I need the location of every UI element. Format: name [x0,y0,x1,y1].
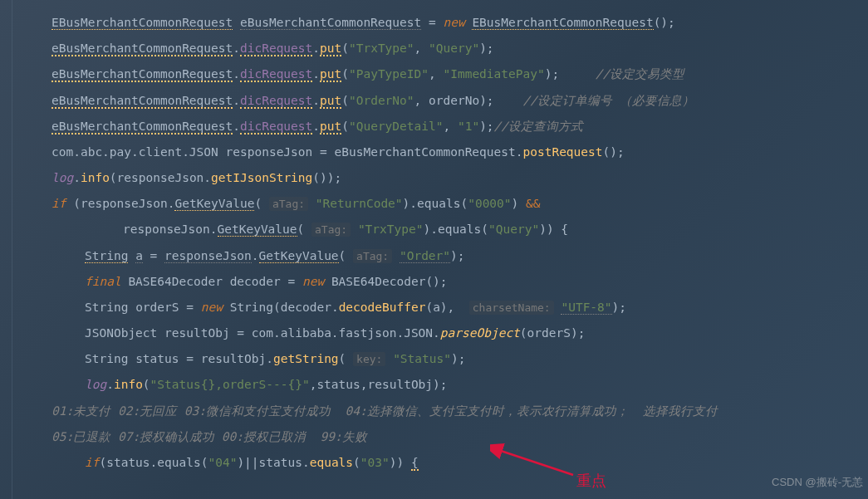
variable: status [106,456,150,469]
object-ref: eBusMerchantCommonRequest [335,145,516,159]
code-line: EBusMerchantCommonRequest eBusMerchantCo… [17,10,851,36]
object-ref: eBusMerchantCommonRequest [51,42,233,56]
constructor: EBusMerchantCommonRequest [472,16,653,30]
code-line: log.info(responseJson.getIJsonString()); [17,165,851,191]
method: info [114,378,143,391]
variable: status [135,352,179,365]
field: dicRequest [240,42,312,56]
constructor: String [230,301,273,314]
variable: responseJson [226,145,313,159]
object-ref: resultObj [201,352,267,365]
object-ref: decoder [281,301,331,314]
keyword-if: if [85,456,99,469]
string-literal: "1" [458,120,479,133]
type-name: String [85,301,128,314]
comment: //设定交易类型 [596,67,684,81]
string-literal: "UTF-8" [561,301,611,315]
code-line: eBusMerchantCommonRequest.dicRequest.put… [17,36,851,61]
code-line: if(status.equals("04")||status.equals("0… [17,450,851,476]
method: equals [310,456,353,469]
string-literal: "03" [360,456,390,469]
code-line: String orderS = new String(decoder.decod… [17,295,851,320]
watermark: CSDN @搬砖-无恙 [772,471,863,494]
type-name: String [85,352,128,365]
code-line: String a = responseJson.GetKeyValue( aTa… [17,243,851,269]
method: postRequest [522,145,602,159]
method: GetKeyValue [218,223,297,237]
keyword-if: if [51,197,66,210]
string-literal: "0000" [468,197,511,210]
string-literal: "Query" [488,223,539,236]
method: getString [273,352,339,365]
variable: orderNo [429,94,479,107]
variable: status [316,378,360,391]
code-line: if (responseJson.GetKeyValue( aTag: "Ret… [17,191,851,217]
object-ref: responseJson [123,223,210,236]
package-path: com.alibaba.fastjson.JSON [252,326,433,340]
type-name: JSONObject [85,326,157,340]
string-literal: "ImmediatePay" [443,67,544,81]
code-line: log.info("Status{},orderS---{}",status,r… [17,372,851,398]
method: parseObject [440,326,520,340]
code-line: responseJson.GetKeyValue( aTag: "TrxType… [17,217,851,242]
param-hint: aTag: [269,197,308,211]
method: equals [438,223,481,236]
annotation-label: 重点 [576,465,606,497]
variable: a [135,249,143,263]
string-literal: "04" [208,456,237,469]
variable: a [433,301,440,314]
object-ref: eBusMerchantCommonRequest [51,94,233,109]
code-line: String status = resultObj.getString( key… [17,346,851,372]
variable: resultObj [164,326,230,340]
method: decodeBuffer [339,301,426,314]
method: put [320,42,341,56]
field: dicRequest [240,67,312,82]
string-literal: "Query" [429,42,479,55]
code-line: com.abc.pay.client.JSON responseJson = e… [17,139,851,165]
comment-line: 05:已退款 07:授权确认成功 00:授权已取消 99:失败 [17,424,851,450]
object-ref: responseJson [164,249,252,263]
keyword-new: new [302,275,324,288]
string-literal: "TrxType" [358,223,424,236]
method: info [81,171,110,184]
object-ref: eBusMerchantCommonRequest [51,120,233,135]
comment: //设定订单编号 （必要信息） [523,94,694,107]
variable: resultObj [368,378,434,391]
code-line: eBusMerchantCommonRequest.dicRequest.put… [17,88,851,114]
variable: decoder [230,275,281,288]
code-line: eBusMerchantCommonRequest.dicRequest.put… [17,114,851,139]
method: equals [417,197,460,210]
method: GetKeyValue [174,197,254,211]
keyword-final: final [85,275,121,288]
variable: orderS [135,301,179,314]
string-literal: "Status{},orderS---{}" [150,378,310,391]
keyword-new: new [201,301,223,314]
type-name: BASE64Decoder [128,275,223,288]
string-literal: "OrderNo" [349,94,414,107]
comment: //设定查询方式 [494,120,583,133]
code-line: final BASE64Decoder decoder = new BASE64… [17,269,851,295]
string-literal: "Order" [400,249,450,263]
method: put [320,94,341,109]
param-hint: key: [353,352,385,366]
param-hint: aTag: [311,223,351,237]
object-ref: eBusMerchantCommonRequest [51,67,233,82]
comment-line: 01:未支付 02:无回应 03:微信和支付宝支付成功 04:选择微信、支付宝支… [17,399,851,424]
variable: status [259,456,302,469]
keyword-new: new [443,16,464,29]
operator: && [526,197,540,210]
method: put [320,67,341,82]
object-ref: responseJson [81,197,168,210]
constructor: BASE64Decoder [331,275,426,288]
param-hint: aTag: [353,249,392,263]
method: equals [157,456,200,469]
log-field: log [85,378,106,391]
type-name: EBusMerchantCommonRequest [51,16,233,30]
variable: orderS [527,326,571,340]
string-literal: "Status" [393,352,451,365]
string-literal: "TrxType" [349,42,414,55]
string-literal: "PayTypeID" [349,67,429,81]
param-hint: charsetName: [469,301,554,315]
field: dicRequest [240,120,312,135]
type-name: String [85,249,128,263]
